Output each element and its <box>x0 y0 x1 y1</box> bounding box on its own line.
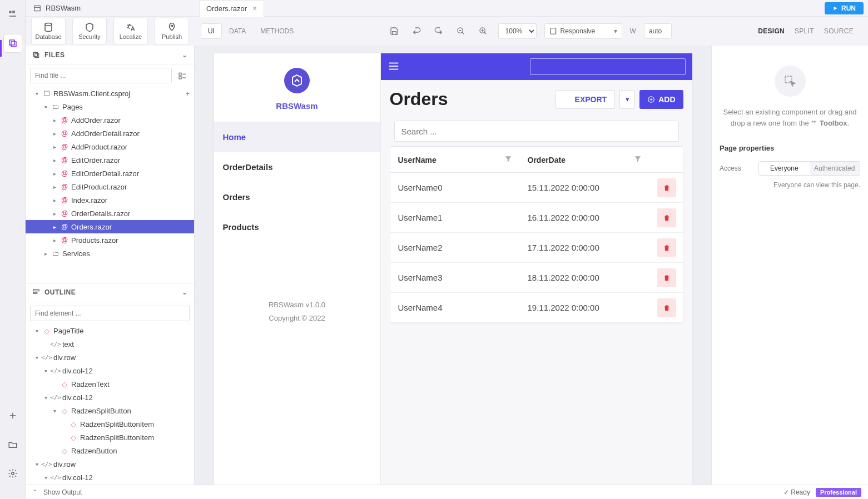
responsive-select[interactable]: Responsive ▾ <box>544 23 622 39</box>
zoom-select[interactable]: 100% <box>498 23 537 39</box>
zoom-out-icon[interactable] <box>454 24 468 38</box>
outline-header[interactable]: OUTLINE ⌄ <box>26 283 194 302</box>
show-output[interactable]: Show Output <box>43 488 82 496</box>
outline-item[interactable]: ▾</>div.row <box>26 458 194 471</box>
toolbox-icon[interactable] <box>4 6 22 23</box>
add-icon[interactable] <box>4 407 22 425</box>
undo-icon[interactable] <box>409 24 424 38</box>
table-row[interactable]: UserName217.11.2022 0:00:00 <box>390 233 683 263</box>
hamburger-icon[interactable] <box>388 60 400 74</box>
close-icon[interactable]: × <box>252 4 257 13</box>
tab-ui[interactable]: UI <box>201 24 221 38</box>
file-item[interactable]: ▸@Index.razor <box>26 193 194 207</box>
outline-item[interactable]: ▾</>div.col-12 <box>26 365 194 378</box>
publish-button[interactable]: Publish <box>155 18 189 44</box>
security-button[interactable]: Security <box>72 18 107 44</box>
design-canvas-wrapper: RBSWasm Home OrderDetails Orders Product… <box>195 46 711 499</box>
file-item[interactable]: ▸@Products.razor <box>26 233 194 247</box>
svg-rect-22 <box>179 73 181 75</box>
delete-button[interactable] <box>657 268 676 287</box>
nav-orders[interactable]: Orders <box>214 182 380 212</box>
play-icon <box>832 6 838 11</box>
nav-orderdetails[interactable]: OrderDetails <box>214 152 380 182</box>
file-item[interactable]: ▸@OrderDetails.razor <box>26 207 194 220</box>
nav-home[interactable]: Home <box>214 122 380 152</box>
add-file-icon[interactable]: + <box>185 89 190 98</box>
design-canvas[interactable]: RBSWasm Home OrderDetails Orders Product… <box>214 53 692 491</box>
tree-folder-pages[interactable]: ▾Pages <box>26 100 194 113</box>
chevron-down-icon[interactable]: ⌄ <box>182 288 188 296</box>
table-row[interactable]: UserName419.11.2022 0:00:00 <box>390 293 683 323</box>
col-orderdate[interactable]: OrderDate <box>520 147 649 172</box>
database-button[interactable]: Database <box>31 18 66 44</box>
table-row[interactable]: UserName318.11.2022 0:00:00 <box>390 263 683 293</box>
localize-icon <box>126 22 136 32</box>
app-logo-icon <box>284 68 310 93</box>
delete-button[interactable] <box>657 298 676 317</box>
tab-data[interactable]: DATA <box>222 24 252 38</box>
redo-icon[interactable] <box>431 24 446 38</box>
table-row[interactable]: UserName015.11.2022 0:00:00 <box>390 173 683 203</box>
tree-folder-services[interactable]: ▸Services <box>26 247 194 260</box>
outline-item[interactable]: ◇RadzenSplitButtonItem <box>26 431 194 445</box>
outline-item[interactable]: ▾</>div.col-12 <box>26 391 194 405</box>
run-button[interactable]: RUN <box>825 2 864 14</box>
outline-item[interactable]: ▾◇RadzenSplitButton <box>26 405 194 418</box>
nav-products[interactable]: Products <box>214 212 380 242</box>
file-item[interactable]: ▸@EditOrderDetail.razor <box>26 167 194 180</box>
explorer-icon[interactable] <box>4 34 22 52</box>
width-input[interactable] <box>644 23 672 39</box>
outline-item[interactable]: ◇RadzenButton <box>26 445 194 458</box>
file-item[interactable]: ▸@EditProduct.razor <box>26 180 194 193</box>
tree-settings-icon[interactable] <box>175 68 190 83</box>
delete-button[interactable] <box>657 238 676 257</box>
find-element-input[interactable] <box>30 306 190 321</box>
view-design[interactable]: DESIGN <box>758 27 785 35</box>
settings-icon[interactable] <box>4 465 22 482</box>
grid-search-input[interactable] <box>394 121 679 142</box>
seg-everyone[interactable]: Everyone <box>759 162 810 175</box>
save-icon[interactable] <box>387 24 401 38</box>
outline-item[interactable]: ▾</>div.row <box>26 351 194 365</box>
delete-button[interactable] <box>657 178 676 197</box>
toolbar-row: Database Security Localize Publish UI DA… <box>26 17 868 46</box>
view-split[interactable]: SPLIT <box>795 27 814 35</box>
find-file-input[interactable] <box>30 68 172 83</box>
export-dropdown[interactable]: ▾ <box>619 90 635 109</box>
file-item[interactable]: ▸@AddProduct.razor <box>26 140 194 153</box>
add-button[interactable]: ADD <box>639 90 683 109</box>
zoom-in-icon[interactable] <box>476 24 490 38</box>
view-source[interactable]: SOURCE <box>824 27 854 35</box>
file-item[interactable]: ▸@Orders.razor <box>26 220 194 233</box>
seg-authenticated[interactable]: Authenticated <box>810 162 860 175</box>
files-header[interactable]: FILES ⌄ <box>26 46 194 64</box>
table-row[interactable]: UserName116.11.2022 0:00:00 <box>390 203 683 233</box>
filter-icon[interactable] <box>634 155 642 164</box>
chevron-up-icon[interactable]: ⌃ <box>32 488 38 496</box>
col-username[interactable]: UserName <box>390 147 520 172</box>
tree-project-root[interactable]: ▾RBSWasm.Client.csproj+ <box>26 87 194 100</box>
window-icon <box>33 4 41 12</box>
localize-button[interactable]: Localize <box>113 18 148 44</box>
outline-item[interactable]: ◇RadzenText <box>26 378 194 391</box>
folder-icon[interactable] <box>4 436 22 453</box>
outline-item[interactable]: ▾◇PageTitle <box>26 325 194 338</box>
file-item[interactable]: ▸@AddOrder.razor <box>26 113 194 127</box>
access-label: Access <box>720 164 753 172</box>
filter-icon[interactable] <box>504 155 512 164</box>
editor-tab[interactable]: Orders.razor × <box>199 0 264 17</box>
chevron-down-icon[interactable]: ⌄ <box>182 51 188 59</box>
export-button[interactable]: EXPORT <box>555 90 616 109</box>
delete-button[interactable] <box>657 208 676 227</box>
device-icon <box>549 27 557 35</box>
file-item[interactable]: ▸@EditOrder.razor <box>26 153 194 167</box>
tab-methods[interactable]: METHODS <box>254 24 300 38</box>
outline-item[interactable]: ◇RadzenSplitButtonItem <box>26 418 194 431</box>
outline-item[interactable]: </>text <box>26 338 194 351</box>
outline-item[interactable]: ▾</>div.col-12 <box>26 471 194 485</box>
file-item[interactable]: ▸@AddOrderDetail.razor <box>26 127 194 140</box>
svg-rect-1 <box>13 11 14 13</box>
topbar-search[interactable] <box>530 58 686 75</box>
grid-header: UserName OrderDate <box>390 147 683 173</box>
page-properties-title: Page properties <box>712 138 868 158</box>
